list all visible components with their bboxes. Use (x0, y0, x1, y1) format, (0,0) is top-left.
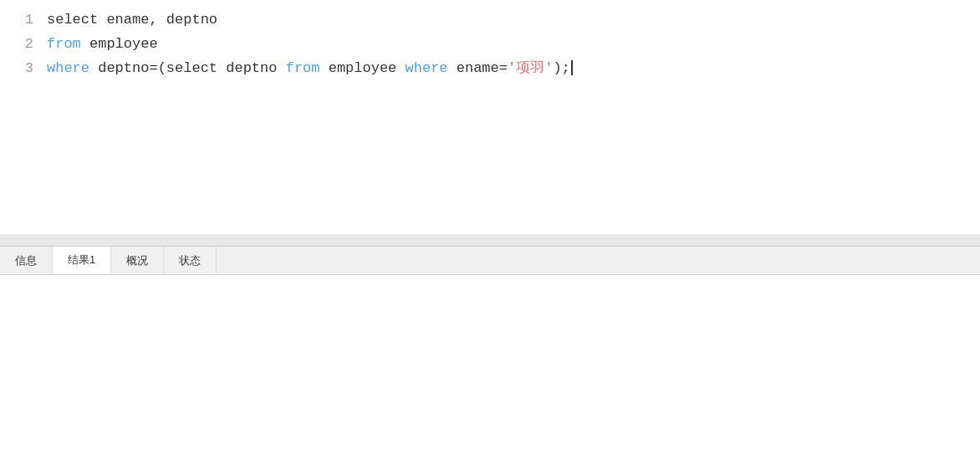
text-cursor (571, 60, 573, 75)
result-table-wrapper (0, 275, 980, 454)
code-content: where deptno=(select deptno from employe… (47, 57, 573, 81)
tab-状态[interactable]: 状态 (164, 247, 217, 274)
code-token: deptno=( (89, 60, 166, 76)
code-token: '项羽' (508, 60, 553, 76)
tab-结果1[interactable]: 结果1 (53, 247, 111, 274)
code-token: ); (553, 60, 569, 76)
bottom-panel: 信息结果1概况状态 (0, 246, 980, 454)
line-number: 3 (8, 57, 33, 81)
code-token: employee (320, 60, 406, 76)
code-token: where (406, 60, 448, 76)
tab-信息[interactable]: 信息 (0, 247, 53, 274)
tabs-bar: 信息结果1概况状态 (0, 247, 980, 275)
code-line: 3where deptno=(select deptno from employ… (0, 57, 980, 81)
line-number: 2 (8, 33, 33, 57)
code-token: employee (81, 36, 158, 52)
code-editor[interactable]: 1select ename, deptno2from employee3wher… (0, 0, 980, 234)
line-number: 1 (8, 8, 33, 33)
code-content: from employee (47, 33, 158, 57)
code-content: select ename, deptno (47, 8, 217, 33)
code-token: deptno (217, 60, 286, 76)
code-token: from (286, 60, 320, 76)
code-line: 1select ename, deptno (0, 8, 980, 33)
code-line: 2from employee (0, 33, 980, 57)
horizontal-scrollbar[interactable] (0, 234, 980, 246)
code-token: ename, deptno (98, 12, 217, 28)
code-token: from (47, 36, 81, 52)
code-token: where (47, 60, 89, 76)
code-token: ename= (448, 60, 508, 76)
tab-概况[interactable]: 概况 (111, 247, 164, 274)
code-token: select (47, 12, 98, 28)
code-token: select (166, 60, 217, 76)
